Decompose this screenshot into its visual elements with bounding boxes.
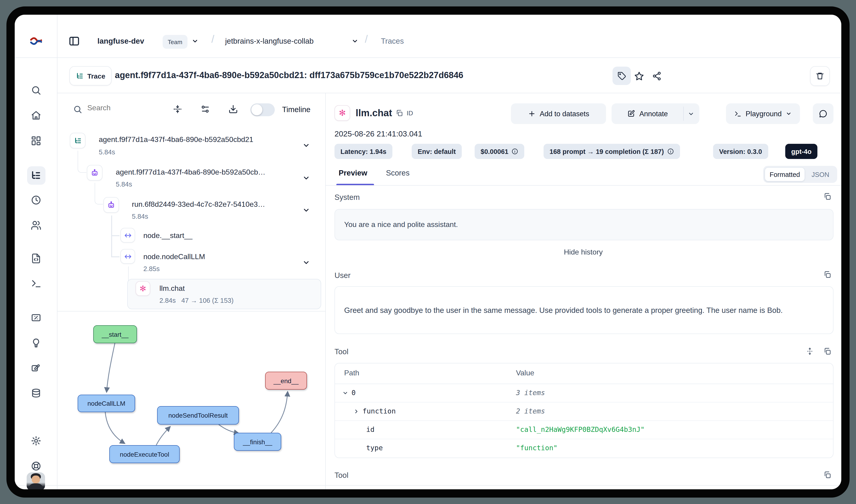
row-path: type bbox=[366, 444, 383, 452]
tree-row-label[interactable]: agent.f9f77d1a-437f-4ba6-890e-b592a50cbd… bbox=[99, 136, 253, 144]
breadcrumb-slash-2: / bbox=[365, 33, 368, 46]
tab-scores[interactable]: Scores bbox=[386, 168, 410, 177]
tree-row-duration: 2.84s 47 → 106 (Σ 153) bbox=[159, 297, 234, 304]
trace-node-icon bbox=[70, 133, 86, 148]
model-badge[interactable]: gpt-4o bbox=[785, 144, 818, 159]
add-to-datasets-label: Add to datasets bbox=[540, 110, 589, 118]
tree-row-selected[interactable] bbox=[127, 279, 321, 309]
tool2-section-label: Tool bbox=[335, 471, 349, 480]
add-to-datasets-button[interactable]: Add to datasets bbox=[511, 103, 606, 124]
org-chevron-icon[interactable] bbox=[192, 38, 198, 44]
playground-button[interactable]: Playground bbox=[726, 103, 800, 124]
tree-row-label[interactable]: node.__start__ bbox=[143, 232, 193, 240]
user-section-label: User bbox=[335, 271, 351, 280]
sparkle-glyph: ✻ bbox=[339, 108, 346, 118]
langfuse-logo-icon[interactable] bbox=[15, 35, 57, 48]
sidebar-toggle-icon[interactable] bbox=[65, 32, 83, 50]
sparkle-glyph: ✻ bbox=[140, 284, 146, 293]
copy-id-icon[interactable] bbox=[396, 109, 403, 117]
sessions-clock-icon[interactable] bbox=[15, 195, 57, 205]
tool-copy-icon[interactable] bbox=[823, 347, 831, 355]
evaluation-card-icon[interactable] bbox=[15, 312, 57, 323]
avatar[interactable] bbox=[26, 472, 45, 491]
table-row[interactable]: type "function" bbox=[335, 439, 833, 457]
span-arrows-icon bbox=[120, 228, 135, 242]
tree-connector bbox=[111, 256, 120, 257]
view-json-button[interactable]: JSON bbox=[805, 171, 836, 178]
graph-node-executetool[interactable]: nodeExecuteTool bbox=[109, 445, 180, 463]
search-icon[interactable] bbox=[15, 85, 57, 95]
run-robot-icon bbox=[103, 197, 119, 213]
settings-gear-icon[interactable] bbox=[15, 435, 57, 446]
tree-row-chevron-icon[interactable] bbox=[302, 174, 310, 182]
graph-node-sendtoolresult[interactable]: nodeSendToolResult bbox=[157, 406, 239, 425]
tokens-badge[interactable]: 168 prompt → 19 completion (Σ 187) bbox=[543, 144, 680, 159]
tool-expand-icon[interactable] bbox=[806, 347, 814, 355]
datasets-database-icon[interactable] bbox=[15, 388, 57, 399]
graph-node-finish[interactable]: __finish__ bbox=[234, 433, 281, 451]
view-toggle: Formatted JSON bbox=[763, 166, 837, 183]
agent-graph: __start__ nodeCallLLM nodeSendToolResult… bbox=[57, 311, 325, 485]
star-icon[interactable] bbox=[634, 71, 644, 81]
table-row[interactable]: id "call_n2HaWg9KFP0BZDqXv6G4b3nJ" bbox=[335, 421, 833, 439]
tree-row-label[interactable]: run.6f8d2449-33ed-4c7c-82e7-5410e3… bbox=[132, 200, 265, 209]
collapse-all-icon[interactable] bbox=[173, 104, 182, 114]
id-label[interactable]: ID bbox=[407, 109, 413, 117]
tree-search-input[interactable] bbox=[87, 104, 161, 112]
tree-row-chevron-icon[interactable] bbox=[302, 206, 310, 214]
home-icon[interactable] bbox=[15, 110, 57, 121]
annotate-dropdown-icon[interactable] bbox=[688, 111, 694, 117]
delete-trace-button[interactable] bbox=[810, 66, 830, 86]
row-expand-icon[interactable] bbox=[353, 409, 359, 414]
annotation-clipboard-pen-icon[interactable] bbox=[15, 363, 57, 374]
timeline-toggle[interactable] bbox=[250, 103, 275, 116]
tree-row-label[interactable]: llm.chat bbox=[159, 284, 185, 293]
playground-terminal-icon[interactable] bbox=[15, 278, 57, 289]
dashboard-icon[interactable] bbox=[15, 136, 57, 146]
graph-node-end[interactable]: __end__ bbox=[265, 372, 307, 390]
tree-row-label[interactable]: node.nodeCallLLM bbox=[143, 253, 205, 261]
tab-preview[interactable]: Preview bbox=[339, 168, 367, 177]
hide-history-link[interactable]: Hide history bbox=[325, 248, 841, 256]
users-icon[interactable] bbox=[15, 220, 57, 231]
timeline-toggle-knob bbox=[251, 104, 262, 115]
avatar-shirt bbox=[30, 483, 42, 491]
tree-row-chevron-icon[interactable] bbox=[302, 259, 310, 267]
graph-node-start[interactable]: __start__ bbox=[93, 325, 137, 343]
tree-connector bbox=[78, 151, 86, 173]
user-copy-icon[interactable] bbox=[823, 271, 831, 278]
table-row[interactable]: 0 3 items bbox=[335, 384, 833, 402]
tag-icon[interactable] bbox=[612, 67, 631, 85]
tool2-copy-icon[interactable] bbox=[823, 471, 831, 479]
project-chevron-icon[interactable] bbox=[352, 38, 358, 44]
row-collapse-icon[interactable] bbox=[342, 390, 348, 396]
cost-badge[interactable]: $0.00061 bbox=[475, 144, 524, 159]
tracebar-divider bbox=[57, 93, 841, 93]
breadcrumb-section[interactable]: Traces bbox=[381, 37, 404, 46]
system-message-text: You are a nice and polite assistant. bbox=[344, 220, 458, 229]
insights-lightbulb-icon[interactable] bbox=[15, 338, 57, 348]
graph-node-callllm[interactable]: nodeCallLLM bbox=[78, 395, 135, 412]
support-lifebuoy-icon[interactable] bbox=[15, 461, 57, 471]
view-formatted-button[interactable]: Formatted bbox=[765, 167, 805, 181]
detail-title: llm.chat bbox=[356, 108, 392, 119]
tree-row-chevron-icon[interactable] bbox=[302, 142, 310, 149]
download-icon[interactable] bbox=[228, 104, 238, 114]
tracing-icon[interactable] bbox=[15, 170, 57, 181]
breadcrumb-project[interactable]: jetbrains-x-langfuse-collab bbox=[225, 37, 314, 46]
filter-settings-icon[interactable] bbox=[200, 104, 210, 114]
tree-connector bbox=[111, 215, 112, 257]
browser-window: langfuse-dev Team / jetbrains-x-langfuse… bbox=[6, 6, 850, 498]
tree-row-duration: 2.85s bbox=[143, 265, 160, 272]
table-row[interactable]: function 2 items bbox=[335, 402, 833, 421]
prompts-file-code-icon[interactable] bbox=[15, 253, 57, 264]
system-copy-icon[interactable] bbox=[823, 193, 831, 200]
timeline-label: Timeline bbox=[282, 105, 310, 114]
node-label: __end__ bbox=[273, 377, 299, 384]
comments-button[interactable] bbox=[813, 103, 834, 124]
col-path: Path bbox=[344, 369, 359, 377]
tree-row-label[interactable]: agent.f9f77d1a-437f-4ba6-890e-b592a50cb… bbox=[116, 168, 265, 176]
share-icon[interactable] bbox=[652, 71, 662, 81]
breadcrumb-org[interactable]: langfuse-dev bbox=[97, 37, 144, 46]
annotate-button[interactable]: Annotate bbox=[611, 103, 699, 124]
